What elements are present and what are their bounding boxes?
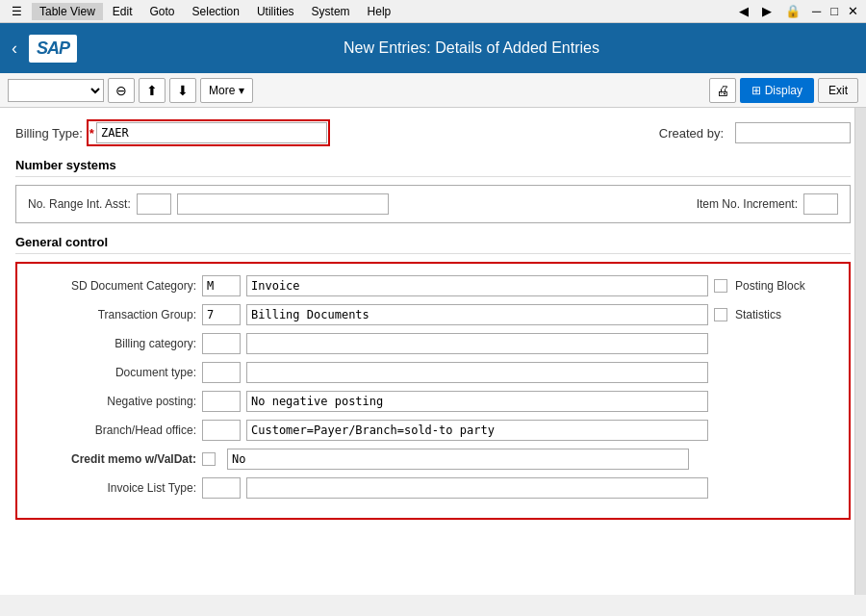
branch-head-office-input-lg[interactable] <box>246 420 708 441</box>
display-icon: ⊞ <box>751 84 761 97</box>
billing-category-input-sm[interactable] <box>202 333 241 354</box>
display-label: Display <box>765 84 802 97</box>
number-systems-header: Number systems <box>15 158 851 177</box>
item-no-increment-field: Item No. Increment: <box>697 193 838 215</box>
branch-head-office-label: Branch/Head office: <box>33 424 196 437</box>
toolbar-print-btn[interactable]: 🖨 <box>709 78 736 103</box>
negative-posting-label: Negative posting: <box>33 395 196 408</box>
credit-memo-valdat-checkbox[interactable] <box>202 452 216 466</box>
menu-table-view[interactable]: Table View <box>32 3 103 20</box>
credit-memo-valdat-row: Credit memo w/ValDat: <box>33 449 833 470</box>
menu-edit[interactable]: Edit <box>105 3 140 20</box>
toolbar-exit-btn[interactable]: Exit <box>818 78 858 103</box>
required-star: * <box>89 126 94 141</box>
transaction-group-label: Transaction Group: <box>33 308 196 321</box>
document-type-row: Document type: <box>33 362 833 383</box>
sd-doc-category-input-sm[interactable] <box>202 275 241 296</box>
document-type-input-lg[interactable] <box>246 362 708 383</box>
no-range-int-input[interactable] <box>137 193 171 215</box>
menu-hamburger[interactable]: ☰ <box>4 3 30 20</box>
menu-selection[interactable]: Selection <box>185 3 247 20</box>
menu-goto[interactable]: Goto <box>142 3 183 20</box>
sd-doc-category-row: SD Document Category: Posting Block <box>33 275 833 296</box>
more-chevron-icon: ▾ <box>239 84 244 97</box>
number-systems-box: No. Range Int. Asst: Item No. Increment: <box>15 185 851 223</box>
no-range-int-input2[interactable] <box>177 193 389 215</box>
number-systems-fields: No. Range Int. Asst: Item No. Increment: <box>28 193 838 215</box>
transaction-group-row: Transaction Group: Statistics <box>33 304 833 325</box>
billing-type-label: Billing Type: <box>15 126 83 141</box>
billing-category-input-lg[interactable] <box>246 333 708 354</box>
created-by-field: Created by: <box>659 122 851 143</box>
negative-posting-row: Negative posting: <box>33 391 833 412</box>
menu-help[interactable]: Help <box>360 3 399 20</box>
more-label: More <box>209 84 235 97</box>
branch-head-office-row: Branch/Head office: <box>33 420 833 441</box>
window-forward-btn[interactable]: ▶ <box>756 2 777 20</box>
no-range-int-label: No. Range Int. Asst: <box>28 197 131 211</box>
sap-header: ‹ SAP New Entries: Details of Added Entr… <box>0 23 866 73</box>
billing-type-highlighted-wrapper: * <box>87 119 330 146</box>
no-range-int-field: No. Range Int. Asst: <box>28 193 389 215</box>
window-back-btn[interactable]: ◀ <box>733 2 754 20</box>
item-no-increment-input[interactable] <box>803 193 838 215</box>
menu-bar: ☰ Table View Edit Goto Selection Utiliti… <box>0 0 866 23</box>
statistics-label: Statistics <box>735 308 781 321</box>
statistics-checkbox[interactable] <box>714 308 727 321</box>
toolbar-download-btn[interactable]: ⬇ <box>169 78 196 103</box>
item-no-increment-label: Item No. Increment: <box>697 197 798 211</box>
window-close-btn[interactable]: ✕ <box>844 2 862 20</box>
billing-type-input[interactable] <box>96 122 327 143</box>
sap-back-button[interactable]: ‹ <box>12 38 17 59</box>
invoice-list-type-input-sm[interactable] <box>202 477 241 499</box>
toolbar: ⊖ ⬆ ⬇ More ▾ 🖨 ⊞ Display Exit <box>0 73 866 108</box>
top-fields-row: Billing Type: * Created by: <box>15 119 851 146</box>
invoice-list-type-input-lg[interactable] <box>246 477 708 499</box>
toolbar-display-btn[interactable]: ⊞ Display <box>740 78 814 103</box>
page-title: New Entries: Details of Added Entries <box>89 39 854 57</box>
posting-block-checkbox[interactable] <box>714 279 727 293</box>
billing-category-label: Billing category: <box>33 337 196 350</box>
window-lock-btn[interactable]: 🔒 <box>779 2 806 20</box>
toolbar-minus-btn[interactable]: ⊖ <box>108 78 135 103</box>
general-control-box: SD Document Category: Posting Block Tran… <box>15 262 851 520</box>
scrollbar[interactable] <box>854 108 866 595</box>
created-by-label: Created by: <box>659 126 724 141</box>
document-type-input-sm[interactable] <box>202 362 241 383</box>
transaction-group-input-lg[interactable] <box>246 304 708 325</box>
sd-doc-category-input-lg[interactable] <box>246 275 708 296</box>
invoice-list-type-row: Invoice List Type: <box>33 477 833 499</box>
posting-block-label: Posting Block <box>735 279 805 293</box>
main-content: Billing Type: * Created by: Number syste… <box>0 108 866 595</box>
window-minimize-btn[interactable]: ─ <box>808 2 825 20</box>
credit-memo-valdat-input-lg[interactable] <box>227 449 689 470</box>
toolbar-upload-btn[interactable]: ⬆ <box>139 78 166 103</box>
branch-head-office-input-sm[interactable] <box>202 420 241 441</box>
toolbar-more-btn[interactable]: More ▾ <box>200 78 253 103</box>
negative-posting-input-sm[interactable] <box>202 391 241 412</box>
invoice-list-type-label: Invoice List Type: <box>33 481 196 495</box>
created-by-input[interactable] <box>735 122 851 143</box>
window-restore-btn[interactable]: □ <box>827 2 842 20</box>
billing-category-row: Billing category: <box>33 333 833 354</box>
document-type-label: Document type: <box>33 366 196 379</box>
sap-logo: SAP <box>29 35 77 63</box>
transaction-group-input-sm[interactable] <box>202 304 241 325</box>
general-control-header: General control <box>15 235 851 254</box>
menu-system[interactable]: System <box>304 3 358 20</box>
negative-posting-input-lg[interactable] <box>246 391 708 412</box>
toolbar-dropdown[interactable] <box>8 79 104 102</box>
sd-doc-category-label: SD Document Category: <box>33 279 196 293</box>
credit-memo-valdat-label: Credit memo w/ValDat: <box>33 452 196 466</box>
billing-type-field: Billing Type: * <box>15 119 330 146</box>
menu-utilities[interactable]: Utilities <box>249 3 302 20</box>
